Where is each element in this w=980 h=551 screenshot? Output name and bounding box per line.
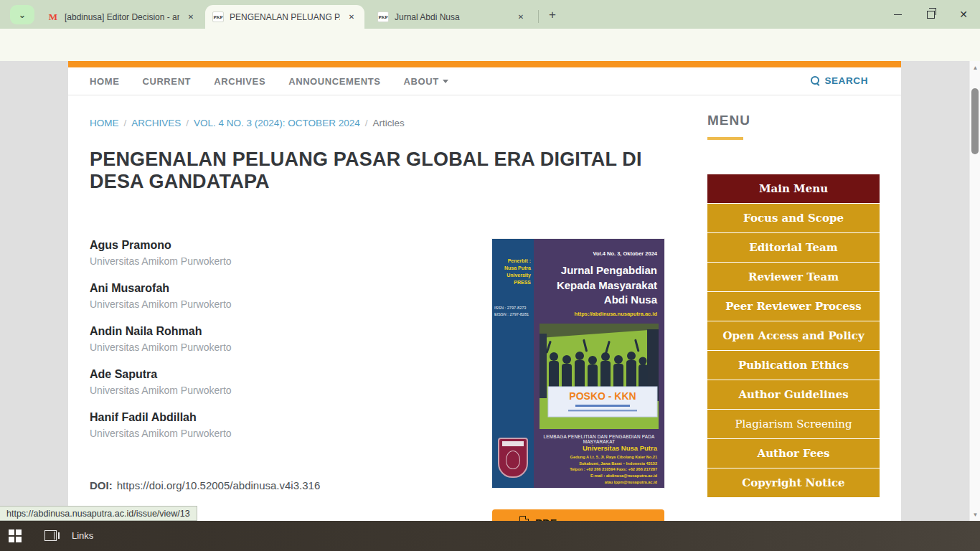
university-crest-icon bbox=[498, 438, 528, 478]
window-close-button[interactable]: ✕ bbox=[947, 0, 980, 29]
scroll-up-icon[interactable]: ▲ bbox=[970, 62, 980, 72]
sidebar-item-publication-ethics[interactable]: Publication Ethics bbox=[707, 351, 880, 380]
site-header: HOME CURRENT ARCHIVES ANNOUNCEMENTS ABOU… bbox=[68, 67, 901, 95]
sidebar-item-author-guidelines[interactable]: Author Guidelines bbox=[707, 380, 880, 409]
close-icon: ✕ bbox=[959, 9, 968, 20]
sidebar-item-main-menu[interactable]: Main Menu bbox=[707, 174, 880, 203]
author-name: Ani Musarofah bbox=[90, 282, 391, 295]
pkp-icon: PKP bbox=[377, 11, 389, 23]
search-button[interactable]: SEARCH bbox=[811, 75, 868, 86]
window-minimize-button[interactable] bbox=[881, 0, 914, 29]
author-name: Andin Naila Rohmah bbox=[90, 325, 391, 338]
pdf-file-icon bbox=[519, 516, 529, 521]
author-name: Ade Saputra bbox=[90, 368, 391, 381]
journal-cover-image[interactable]: Penerbit : Nusa Putra University PRESS I… bbox=[492, 239, 664, 488]
author-item: Agus Pramono Universitas Amikom Purwoker… bbox=[90, 239, 391, 267]
doi-line: DOI:https://doi.org/10.52005/abdinusa.v4… bbox=[90, 479, 320, 491]
breadcrumb-archives[interactable]: ARCHIVES bbox=[131, 118, 181, 128]
search-icon bbox=[811, 76, 820, 85]
close-tab-icon[interactable]: ✕ bbox=[515, 11, 527, 23]
minimize-icon bbox=[894, 14, 902, 15]
close-tab-icon[interactable]: ✕ bbox=[346, 11, 357, 23]
page-right-margin bbox=[901, 61, 969, 521]
task-view-icon[interactable] bbox=[44, 530, 57, 541]
breadcrumb-section: Articles bbox=[372, 118, 404, 128]
tab-gmail[interactable]: M [abdinusa] Editor Decision - ani ✕ bbox=[40, 5, 204, 29]
gmail-icon: M bbox=[47, 11, 59, 23]
author-item: Ade Saputra Universitas Amikom Purwokert… bbox=[90, 368, 391, 396]
sidebar-item-copyright-notice[interactable]: Copyright Notice bbox=[707, 468, 880, 497]
cover-photo: POSKO - KKN bbox=[540, 324, 659, 429]
nav-announcements[interactable]: ANNOUNCEMENTS bbox=[288, 76, 380, 87]
doi-label: DOI: bbox=[90, 479, 113, 491]
restore-icon bbox=[927, 11, 935, 19]
cover-main-panel: Vol.4 No. 3, Oktober 2024 Jurnal Pengabd… bbox=[534, 239, 664, 488]
sidebar-item-focus-and-scope[interactable]: Focus and Scope bbox=[707, 204, 880, 232]
tab-search-button[interactable]: ⌄ bbox=[10, 5, 34, 24]
sidebar-item-reviewer-team[interactable]: Reviewer Team bbox=[707, 263, 880, 291]
author-affiliation: Universitas Amikom Purwokerto bbox=[90, 342, 391, 353]
cover-university: Universitas Nusa Putra bbox=[583, 444, 657, 452]
sidebar-item-author-fees[interactable]: Author Fees bbox=[707, 439, 880, 468]
author-item: Andin Naila Rohmah Universitas Amikom Pu… bbox=[90, 325, 391, 353]
breadcrumb-issue[interactable]: VOL. 4 NO. 3 (2024): OCTOBER 2024 bbox=[194, 118, 360, 128]
author-name: Agus Pramono bbox=[90, 239, 391, 252]
pkp-icon: PKP bbox=[212, 11, 224, 23]
close-tab-icon[interactable]: ✕ bbox=[185, 11, 197, 23]
breadcrumb-home[interactable]: HOME bbox=[90, 118, 119, 128]
breadcrumb: HOME / ARCHIVES / VOL. 4 NO. 3 (2024): O… bbox=[90, 118, 405, 128]
taskbar: Links bbox=[0, 521, 980, 551]
cover-publisher: Penerbit : Nusa Putra University PRESS bbox=[494, 258, 531, 287]
cover-address: Gedung A Lt. 5, Jl. Raya Cibolang Kaler … bbox=[570, 454, 657, 485]
author-affiliation: Universitas Amikom Purwokerto bbox=[90, 385, 391, 396]
author-affiliation: Universitas Amikom Purwokerto bbox=[90, 428, 391, 439]
status-link-tooltip: https://abdinusa.nusaputra.ac.id/issue/v… bbox=[0, 506, 197, 521]
cover-banner-text: POSKO - KKN bbox=[569, 390, 636, 402]
browser-titlebar: ⌄ M [abdinusa] Editor Decision - ani ✕ P… bbox=[0, 0, 980, 29]
cover-volume: Vol.4 No. 3, Oktober 2024 bbox=[593, 250, 657, 257]
sidebar-item-editorial-team[interactable]: Editorial Team bbox=[707, 233, 880, 262]
author-affiliation: Universitas Amikom Purwokerto bbox=[90, 298, 391, 310]
taskbar-links-label[interactable]: Links bbox=[72, 530, 93, 541]
browser-toolbar: ← → ⟳ abdinusa.nusaputra.ac.id/article/v… bbox=[0, 29, 980, 61]
sidebar-menu-underline bbox=[707, 137, 743, 140]
nav-current[interactable]: CURRENT bbox=[142, 76, 191, 87]
cover-org: LEMBAGA PENELITIAN DAN PENGABDIAN PADA M… bbox=[537, 434, 661, 444]
screen: ⌄ M [abdinusa] Editor Decision - ani ✕ P… bbox=[0, 0, 980, 551]
sidebar-menu-heading: MENU bbox=[707, 113, 750, 128]
author-affiliation: Universitas Amikom Purwokerto bbox=[90, 255, 391, 267]
scroll-down-icon[interactable]: ▼ bbox=[970, 509, 980, 519]
tab-title: PENGENALAN PELUANG PASAR bbox=[230, 12, 340, 22]
nav-about[interactable]: ABOUT bbox=[404, 76, 448, 87]
pdf-download-button[interactable]: PDF bbox=[492, 509, 664, 521]
site-accent-bar bbox=[68, 61, 901, 67]
author-item: Hanif Fadil Abdillah Universitas Amikom … bbox=[90, 411, 391, 439]
tab-title: [abdinusa] Editor Decision - ani bbox=[65, 12, 179, 22]
tab-journal[interactable]: PKP Jurnal Abdi Nusa ✕ bbox=[370, 5, 534, 29]
scrollbar-thumb[interactable] bbox=[971, 88, 979, 154]
sidebar-item-open-access-and-policy[interactable]: Open Access and Policy bbox=[707, 321, 880, 350]
page-content: HOME CURRENT ARCHIVES ANNOUNCEMENTS ABOU… bbox=[68, 61, 901, 521]
sidebar-item-plagiarism-screening[interactable]: Plagiarism Screening bbox=[707, 410, 880, 438]
doi-link[interactable]: https://doi.org/10.52005/abdinusa.v4i3.3… bbox=[117, 479, 321, 491]
page-scrollbar[interactable]: ▲ ▼ bbox=[969, 61, 980, 521]
window-restore-button[interactable] bbox=[914, 0, 947, 29]
article-title: PENGENALAN PELUANG PASAR GLOBAL ERA DIGI… bbox=[90, 149, 671, 193]
cover-left-strip: Penerbit : Nusa Putra University PRESS I… bbox=[492, 239, 534, 488]
author-name: Hanif Fadil Abdillah bbox=[90, 411, 391, 424]
sidebar-item-peer-reviewer-process[interactable]: Peer Reviewer Process bbox=[707, 292, 880, 321]
new-tab-button[interactable]: + bbox=[544, 6, 561, 24]
page-left-margin bbox=[0, 61, 68, 521]
cover-issn: ISSN : 2797-8273 EISSN : 2797-8281 bbox=[494, 305, 529, 318]
nav-home[interactable]: HOME bbox=[90, 76, 119, 87]
tab-separator bbox=[538, 10, 539, 23]
chevron-down-icon bbox=[443, 80, 448, 83]
tab-title: Jurnal Abdi Nusa bbox=[395, 12, 509, 22]
start-button-icon[interactable] bbox=[9, 529, 22, 542]
nav-archives[interactable]: ARCHIVES bbox=[214, 76, 265, 87]
author-item: Ani Musarofah Universitas Amikom Purwoke… bbox=[90, 282, 391, 310]
cover-journal-title: Jurnal Pengabdian Kepada Masyarakat Abdi… bbox=[550, 263, 657, 308]
chevron-down-icon: ⌄ bbox=[19, 9, 27, 20]
tab-article-active[interactable]: PKP PENGENALAN PELUANG PASAR ✕ bbox=[205, 5, 364, 29]
main-navigation: HOME CURRENT ARCHIVES ANNOUNCEMENTS ABOU… bbox=[90, 76, 448, 87]
